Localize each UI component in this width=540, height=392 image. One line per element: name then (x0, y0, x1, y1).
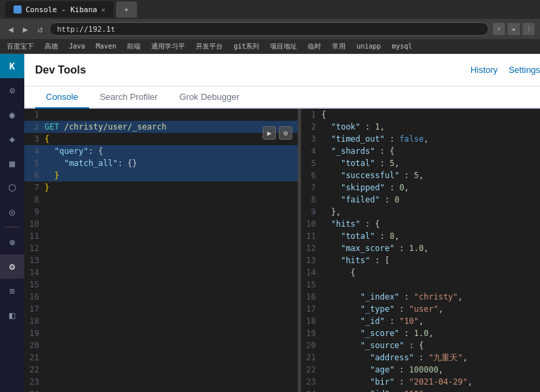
bookmark-1[interactable]: 高德 (42, 41, 61, 52)
settings-link[interactable]: Settings (508, 65, 540, 75)
line-content: { (321, 267, 361, 279)
line-number: 24 (301, 388, 321, 392)
run-button[interactable]: ▶ (263, 126, 276, 140)
tab-grok-debugger[interactable]: Grok Debugger (169, 86, 250, 109)
left-editor-line[interactable]: 12 (24, 242, 298, 254)
line-number: 24 (24, 388, 45, 392)
forward-btn[interactable]: ▶ (20, 23, 31, 36)
bookmark-10[interactable]: 常用 (329, 41, 348, 52)
left-code-editor[interactable]: 12GET /christy/user/_search3{4 "query": … (24, 109, 298, 392)
right-editor-line: 17 "_type" : "user", (301, 303, 540, 315)
left-editor-line[interactable]: 16 (24, 291, 298, 303)
browser-toolbar: ⚡ ★ ⋮ (493, 23, 535, 35)
active-browser-tab[interactable]: Console - Kibana ✕ (5, 1, 113, 18)
url-input[interactable]: http://192.1t (49, 22, 489, 36)
line-number: 5 (24, 157, 45, 169)
sidebar-icon-canvas[interactable]: ⬡ (0, 175, 24, 200)
address-bar: ◀ ▶ ↺ http://192.1t ⚡ ★ ⋮ (0, 19, 540, 39)
left-editor-line[interactable]: 23 (24, 376, 298, 388)
left-editor-line[interactable]: 5 "match_all": {} (24, 157, 298, 169)
more-icon[interactable]: ⋮ (522, 23, 535, 35)
left-editor-line[interactable]: 4 "query": { (24, 145, 298, 157)
kibana-sidebar: K ⊙ ◉ ◈ ▦ ⬡ ◎ ⊛ ⚙ ≡ ◧ (0, 54, 24, 392)
main-content: Dev Tools History Settings Help Console … (24, 54, 540, 392)
right-editor-line: 23 "bir" : "2021-04-29", (301, 376, 540, 388)
new-tab-btn[interactable]: + (116, 1, 137, 18)
right-editor-line: 18 "_id" : "10", (301, 315, 540, 327)
left-editor-line[interactable]: 1 (24, 109, 298, 121)
tabs-bar: Console Search Profiler Grok Debugger (24, 86, 540, 109)
extensions-icon[interactable]: ⚡ (493, 23, 505, 35)
bookmark-12[interactable]: mysql (389, 42, 414, 51)
line-number: 18 (301, 315, 321, 327)
bookmark-8[interactable]: 项目地址 (267, 41, 300, 52)
left-editor-line[interactable]: 8 (24, 194, 298, 206)
kibana-logo[interactable]: K (0, 54, 24, 78)
left-editor-line[interactable]: 10 (24, 218, 298, 230)
settings-button[interactable]: ⚙ (279, 126, 292, 140)
bookmark-4[interactable]: 前端 (124, 41, 143, 52)
line-content: "_source" : { (321, 339, 429, 352)
right-editor-line: 24 "id" : "10", (301, 388, 540, 392)
tab-search-profiler[interactable]: Search Profiler (89, 86, 169, 109)
bookmark-0[interactable]: 百度宝下 (4, 41, 36, 52)
tab-console[interactable]: Console (35, 86, 89, 109)
bookmark-9[interactable]: 临时 (305, 41, 324, 52)
left-editor-line[interactable]: 22 (24, 364, 298, 376)
bookmark-3[interactable]: Maven (93, 42, 119, 51)
line-number: 9 (301, 206, 321, 218)
line-number: 23 (24, 376, 45, 388)
sidebar-icon-ml[interactable]: ⊛ (0, 230, 24, 254)
left-editor-line[interactable]: 9 (24, 206, 298, 218)
right-code-editor[interactable]: 1{2 "took" : 1,3 "timed_out" : false,4 "… (301, 109, 540, 392)
left-editor-line[interactable]: 6 } (24, 169, 298, 181)
right-editor-line: 19 "_score" : 1.0, (301, 327, 540, 339)
left-editor-line[interactable]: 14 (24, 267, 298, 279)
sidebar-icon-visualize[interactable]: ◈ (0, 127, 24, 151)
tab-close-btn[interactable]: ✕ (101, 6, 105, 13)
sidebar-icon-discover[interactable]: ◉ (0, 103, 24, 127)
line-number: 21 (301, 352, 321, 364)
bookmark-5[interactable]: 通用学习平 (148, 41, 188, 52)
right-editor-line: 5 "total" : 5, (301, 157, 540, 169)
right-editor-panel: 1{2 "took" : 1,3 "timed_out" : false,4 "… (300, 109, 540, 392)
left-editor-line[interactable]: 17 (24, 303, 298, 315)
left-editor-line[interactable]: 18 (24, 315, 298, 327)
sidebar-icon-maps[interactable]: ◎ (0, 200, 24, 224)
sidebar-icon-monitoring[interactable]: ≡ (0, 279, 24, 303)
sidebar-icon-dashboard[interactable]: ▦ (0, 151, 24, 175)
bookmark-icon[interactable]: ★ (508, 23, 520, 35)
right-editor-line: 12 "max_score" : 1.0, (301, 242, 540, 254)
left-editor-line[interactable]: 3{ (24, 133, 298, 145)
header-actions: History Settings Help (470, 65, 540, 75)
line-content: "total" : 5, (321, 157, 405, 169)
sidebar-icon-devtools[interactable]: ⚙ (0, 254, 24, 279)
left-editor-line[interactable]: 24 (24, 388, 298, 392)
sidebar-icon-management[interactable]: ◧ (0, 303, 24, 327)
bookmark-7[interactable]: git系列 (231, 41, 262, 52)
left-editor-line[interactable]: 2GET /christy/user/_search (24, 121, 298, 133)
line-number: 1 (24, 109, 45, 121)
line-number: 8 (301, 194, 321, 206)
refresh-btn[interactable]: ↺ (35, 23, 46, 36)
left-editor-line[interactable]: 20 (24, 339, 298, 352)
line-number: 12 (301, 242, 321, 254)
left-editor-line[interactable]: 7} (24, 181, 298, 194)
bookmark-2[interactable]: Java (66, 42, 88, 51)
bookmark-6[interactable]: 开发平台 (193, 41, 225, 52)
back-btn[interactable]: ◀ (5, 23, 16, 36)
editor-area: 12GET /christy/user/_search3{4 "query": … (24, 109, 540, 392)
line-number: 15 (301, 279, 321, 291)
left-editor-line[interactable]: 19 (24, 327, 298, 339)
left-editor-line[interactable]: 11 (24, 230, 298, 242)
right-editor-line: 1{ (301, 109, 540, 121)
line-number: 8 (24, 194, 45, 206)
left-editor-line[interactable]: 13 (24, 254, 298, 267)
sidebar-icon-home[interactable]: ⊙ (0, 78, 24, 103)
left-editor-line[interactable]: 15 (24, 279, 298, 291)
line-content: "_type" : "user", (321, 303, 449, 315)
right-editor-line: 15 (301, 279, 540, 291)
left-editor-line[interactable]: 21 (24, 352, 298, 364)
bookmark-11[interactable]: uniapp (354, 42, 383, 51)
history-link[interactable]: History (470, 65, 497, 75)
